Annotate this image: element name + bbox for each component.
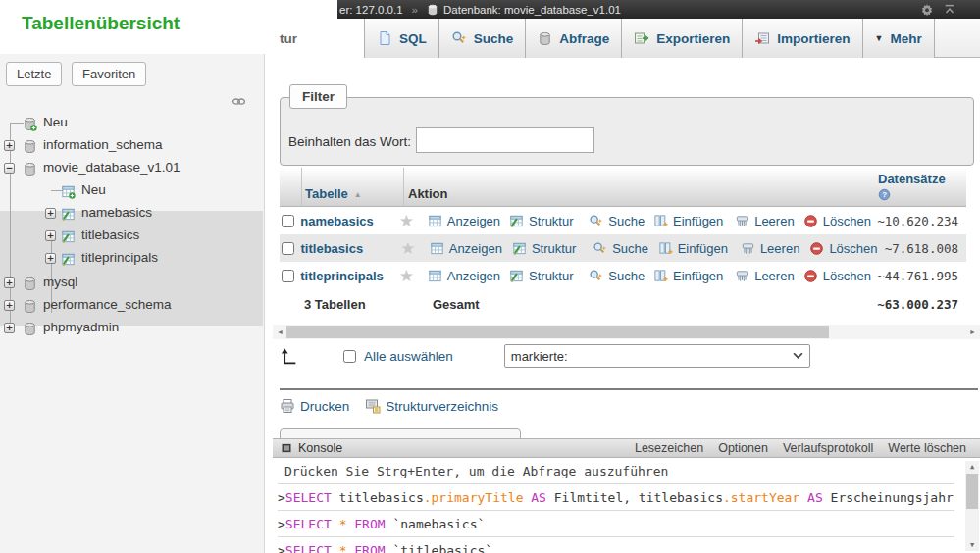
database-label[interactable]: Datenbank: movie_database_v1.01 [443, 4, 621, 16]
insert-link[interactable]: Einfügen [653, 214, 735, 228]
expand-icon[interactable] [4, 323, 15, 333]
filter-legend: Filter [289, 84, 347, 109]
expand-icon[interactable] [4, 300, 15, 311]
empty-link[interactable]: Leeren [735, 214, 803, 228]
favorite-star-icon[interactable]: ★ [399, 212, 414, 230]
browse-icon [430, 241, 444, 256]
search-link[interactable]: Suche [593, 241, 658, 256]
import-icon [754, 30, 770, 46]
export-icon [634, 30, 649, 46]
check-all-label[interactable]: Alle auswählen [364, 349, 453, 364]
structure-directory-link[interactable]: Strukturverzeichnis [365, 398, 498, 414]
tab-suche[interactable]: Suche [438, 19, 526, 58]
scrollbar-thumb[interactable] [286, 326, 829, 338]
scrollbar-thumb[interactable] [966, 474, 978, 509]
drop-link[interactable]: Löschen [803, 214, 877, 228]
tab-exportieren[interactable]: Exportieren [621, 19, 742, 58]
insert-icon [658, 241, 673, 256]
server-label[interactable]: er: 127.0.0.1 [339, 4, 403, 16]
structure-link[interactable]: Struktur [509, 214, 589, 228]
sidebar-item-namebasics[interactable]: namebasics [0, 202, 263, 225]
sidebar-item-new-table[interactable]: Neu [0, 179, 263, 202]
insert-link[interactable]: Einfügen [653, 269, 735, 283]
sidebar-item-performance-schema[interactable]: performance_schema [0, 294, 263, 317]
console-header[interactable]: Konsole Lesezeichen Optionen Verlaufspro… [273, 438, 980, 458]
tab-mehr[interactable]: ▼ Mehr [862, 19, 935, 58]
horizontal-scrollbar[interactable]: ◄ ► [273, 325, 980, 339]
filter-word-input[interactable] [416, 127, 594, 153]
table-row-titlebasics: titlebasics ★ Anzeigen Struktur Suche Ei… [280, 234, 966, 262]
favorite-star-icon[interactable]: ★ [399, 267, 414, 285]
structure-icon [509, 214, 524, 228]
sidebar-item-new-database[interactable]: Neu [0, 112, 263, 134]
browse-icon [428, 214, 442, 228]
drop-link[interactable]: Löschen [803, 269, 877, 283]
with-selected-dropdown[interactable]: markierte: [504, 344, 810, 368]
row-checkbox[interactable] [282, 242, 294, 255]
tab-importieren[interactable]: Importieren [742, 19, 861, 58]
console-vertical-scrollbar[interactable]: ▲ ▼ [965, 461, 979, 551]
query-database-icon [538, 31, 552, 46]
column-header-datensaetze[interactable]: Datensätze [878, 168, 966, 206]
browse-link[interactable]: Anzeigen [430, 241, 512, 256]
sidebar-item-information-schema[interactable]: information_schema [0, 134, 263, 157]
link-with-main-panel-icon[interactable] [232, 94, 246, 109]
collapse-icon[interactable] [4, 163, 15, 174]
row-checkbox[interactable] [282, 215, 294, 227]
collapse-topbar-icon[interactable] [943, 3, 956, 17]
search-link[interactable]: Suche [589, 269, 653, 283]
filter-fieldset [280, 97, 974, 166]
sidebar-item-titlebasics[interactable]: titlebasics [0, 225, 263, 247]
column-header-tabelle[interactable]: Tabelle ▲ [301, 168, 403, 206]
help-icon[interactable] [878, 188, 891, 201]
expand-icon[interactable] [4, 140, 15, 151]
row-checkbox[interactable] [282, 270, 294, 282]
tables-overview-table: Tabelle ▲ Aktion Datensätze namebasics ★… [280, 168, 966, 319]
database-icon [427, 4, 438, 16]
table-name-link[interactable]: titleprincipals [300, 269, 399, 283]
console-query-entry[interactable]: >SELECT titlebasics.primaryTitle AS Film… [278, 484, 954, 511]
settings-gear-icon[interactable] [920, 3, 934, 17]
expand-icon[interactable] [45, 208, 56, 219]
sidebar-item-movie-database[interactable]: movie_database_v1.01 [0, 157, 263, 179]
recent-tables-button[interactable]: Letzte [6, 62, 62, 86]
expand-icon[interactable] [45, 253, 56, 264]
print-link[interactable]: Drucken [280, 398, 349, 414]
scroll-left-arrow[interactable]: ◄ [273, 325, 287, 339]
structure-link[interactable]: Struktur [509, 269, 589, 283]
console-menu-optionen[interactable]: Optionen [718, 441, 768, 455]
console-menu-lesezeichen[interactable]: Lesezeichen [635, 441, 703, 455]
structure-link[interactable]: Struktur [512, 241, 593, 256]
console-query-entry[interactable]: >SELECT * FROM `titlebasics` [278, 537, 954, 553]
total-records: ~63.000.237 [877, 297, 966, 312]
table-name-link[interactable]: namebasics [300, 214, 399, 228]
favorite-star-icon[interactable]: ★ [400, 239, 415, 258]
browse-link[interactable]: Anzeigen [428, 269, 509, 283]
console-body[interactable]: Drücken Sie Strg+Enter, um die Abfrage a… [273, 458, 980, 553]
favorites-button[interactable]: Favoriten [72, 62, 146, 86]
empty-link[interactable]: Leeren [735, 269, 803, 283]
browse-link[interactable]: Anzeigen [428, 214, 509, 228]
scroll-up-arrow[interactable]: ▲ [965, 461, 979, 473]
scroll-down-arrow[interactable]: ▼ [965, 539, 979, 551]
sql-console: Konsole Lesezeichen Optionen Verlaufspro… [273, 438, 980, 553]
search-link[interactable]: Suche [589, 214, 653, 228]
expand-icon[interactable] [4, 277, 15, 288]
tab-struktur-active[interactable]: tur [273, 19, 364, 58]
console-menu-werte-loeschen[interactable]: Werte löschen [888, 441, 966, 455]
server-breadcrumb-bar: er: 127.0.0.1 » Datenbank: movie_databas… [337, 0, 980, 19]
tab-abfrage[interactable]: Abfrage [525, 19, 621, 58]
check-all-checkbox[interactable] [343, 350, 356, 363]
tab-sql[interactable]: SQL [364, 19, 438, 58]
sidebar-item-mysql[interactable]: mysql [0, 272, 263, 294]
console-menu-verlaufsprotokoll[interactable]: Verlaufsprotokoll [783, 441, 873, 455]
scroll-right-arrow[interactable]: ► [965, 325, 980, 339]
console-query-entry[interactable]: >SELECT * FROM `namebasics` [278, 511, 954, 537]
table-name-link[interactable]: titlebasics [301, 241, 401, 256]
sidebar-item-phpmyadmin[interactable]: phpmyadmin [0, 317, 263, 339]
drop-link[interactable]: Löschen [809, 241, 884, 256]
insert-link[interactable]: Einfügen [658, 241, 741, 256]
sidebar-item-titleprincipals[interactable]: titleprincipals [0, 247, 263, 270]
empty-link[interactable]: Leeren [741, 241, 809, 256]
expand-icon[interactable] [45, 230, 56, 241]
